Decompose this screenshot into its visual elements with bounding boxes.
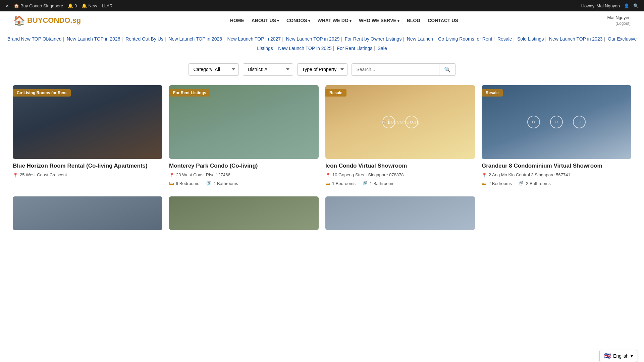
district-filter[interactable]: District: All xyxy=(243,63,293,76)
pin-icon-3: 📍 xyxy=(325,173,331,178)
nav-what-we-do[interactable]: WHAT WE DO xyxy=(318,18,352,23)
property-img-wrap-4[interactable]: ○ ○ ○ Resale xyxy=(482,85,631,159)
logo[interactable]: 🏠 BUYCONDO.sg xyxy=(13,15,81,26)
property-badge-2: For Rent Listings xyxy=(169,89,210,97)
bell-icon-new: 🔔 xyxy=(82,3,87,8)
property-card-6 xyxy=(166,193,322,233)
property-image-7 xyxy=(325,196,475,230)
llar-tab[interactable]: LLAR xyxy=(102,3,113,8)
property-card-4: ○ ○ ○ Resale Grandeur 8 Condominium Virt… xyxy=(478,82,635,190)
property-address-3: 📍 10 Gopeng Street Singapore 078878 xyxy=(325,172,475,178)
vr-circle-4a: ○ xyxy=(527,116,540,128)
top-bar-left: ✕ 🏠 Buy Condo Singapore 🔔 0 🔔 New LLAR xyxy=(5,3,113,8)
cat-for-rent-owner[interactable]: For Rent by Owner Listings xyxy=(345,36,402,42)
property-badge-4: Resale xyxy=(482,89,503,97)
notifications-tab[interactable]: 🔔 0 xyxy=(68,3,77,8)
property-card-5 xyxy=(9,193,166,233)
cat-resale[interactable]: Resale xyxy=(497,36,512,42)
search-input[interactable] xyxy=(352,64,439,75)
cat-sale[interactable]: Sale xyxy=(378,46,387,51)
cat-for-rent-listings[interactable]: For Rent Listings xyxy=(337,46,372,51)
bathrooms-3: 🚿 1 Bathrooms xyxy=(362,180,394,186)
property-card-8 xyxy=(478,193,635,233)
property-img-wrap-3[interactable]: 🏠 BUYCONDO.sg ℹ ○ Resale xyxy=(325,85,475,159)
nav-contact-us[interactable]: CONTACT US xyxy=(428,18,458,23)
cat-coliving[interactable]: Co-Living Rooms for Rent xyxy=(438,36,492,42)
logo-house-icon: 🏠 xyxy=(13,15,25,26)
cat-new-launch-2025[interactable]: New Launch TOP in 2025 xyxy=(278,46,332,51)
property-title-4[interactable]: Grandeur 8 Condominium Virtual Showroom xyxy=(482,162,631,170)
category-links: Brand New TOP Obtained| New Launch TOP i… xyxy=(0,30,644,57)
property-title-3[interactable]: Icon Condo Virtual Showroom xyxy=(325,162,475,170)
bed-icon-3: 🛏 xyxy=(325,181,330,186)
bath-icon-2: 🚿 xyxy=(205,180,212,186)
pin-icon-2: 📍 xyxy=(169,173,174,178)
bathrooms-4: 🚿 2 Bathrooms xyxy=(518,180,551,186)
property-img-wrap-2[interactable]: For Rent Listings xyxy=(169,85,319,159)
property-img-wrap-1[interactable]: Co-Living Rooms for Rent xyxy=(13,85,162,159)
property-specs-4: 🛏 2 Bedrooms 🚿 2 Bathrooms xyxy=(482,180,631,186)
logo-text: BUYCONDO.sg xyxy=(27,16,81,25)
property-specs-3: 🛏 1 Bedrooms 🚿 1 Bathrooms xyxy=(325,180,475,186)
bathrooms-2: 🚿 4 Bathrooms xyxy=(205,180,238,186)
bedrooms-2: 🛏 6 Bedrooms xyxy=(169,180,199,186)
address-text-2: 23 West Coast Rise 127466 xyxy=(176,172,230,177)
nav-about-us[interactable]: ABOUT US xyxy=(252,18,279,23)
property-type-filter[interactable]: Type of Property xyxy=(297,63,347,76)
address-text-3: 10 Gopeng Street Singapore 078878 xyxy=(332,172,404,177)
nav-links: HOME ABOUT US CONDOS WHAT WE DO WHO WE S… xyxy=(230,18,458,23)
top-bar-right: Howdy, Mai Nguyen 👤 🔍 xyxy=(581,3,639,8)
user-info: Mai Nguyen (Logout) xyxy=(607,15,631,26)
nav-who-we-serve[interactable]: WHO WE SERVE xyxy=(359,18,399,23)
cat-new-launch-2026[interactable]: New Launch TOP in 2026 xyxy=(67,36,120,42)
category-filter[interactable]: Category: All xyxy=(189,63,239,76)
pin-icon-4: 📍 xyxy=(482,173,487,178)
property-title-2[interactable]: Monterey Park Condo (Co-living) xyxy=(169,162,319,170)
cat-brand-new-top[interactable]: Brand New TOP Obtained xyxy=(7,36,62,42)
main-nav: 🏠 BUYCONDO.sg HOME ABOUT US CONDOS WHAT … xyxy=(0,11,644,30)
bedrooms-4: 🛏 2 Bedrooms xyxy=(482,180,512,186)
nav-home[interactable]: HOME xyxy=(230,18,244,23)
search-icon-topbar[interactable]: 🔍 xyxy=(633,3,639,8)
property-grid: Co-Living Rooms for Rent Blue Horizon Ro… xyxy=(0,82,644,190)
logout-link[interactable]: (Logout) xyxy=(607,21,631,26)
cat-new-launch-2027[interactable]: New Launch TOP in 2027 xyxy=(227,36,281,42)
property-card-7 xyxy=(322,193,478,233)
vr-icons-3: ℹ ○ xyxy=(382,116,418,128)
vr-icons-4: ○ ○ ○ xyxy=(527,116,586,128)
property-badge-1: Co-Living Rooms for Rent xyxy=(13,89,71,97)
property-address-4: 📍 2 Ang Mo Kio Central 3 Singapore 56774… xyxy=(482,172,631,178)
property-card-2: For Rent Listings Monterey Park Condo (C… xyxy=(166,82,322,190)
vr-view-icon: ○ xyxy=(405,116,418,128)
bath-icon-3: 🚿 xyxy=(362,180,368,186)
bed-icon-4: 🛏 xyxy=(482,181,487,186)
nav-blog[interactable]: BLOG xyxy=(407,18,420,23)
filters: Category: All District: All Type of Prop… xyxy=(0,57,644,82)
new-tab[interactable]: 🔔 New xyxy=(82,3,97,8)
property-address-1: 📍 25 West Coast Crescent xyxy=(13,172,162,178)
property-specs-2: 🛏 6 Bedrooms 🚿 4 Bathrooms xyxy=(169,180,319,186)
cat-sold[interactable]: Sold Listings xyxy=(517,36,544,42)
cat-new-launch-2029[interactable]: New Launch TOP in 2029 xyxy=(286,36,340,42)
property-card-3: 🏠 BUYCONDO.sg ℹ ○ Resale Icon Condo Virt… xyxy=(322,82,478,190)
search-button[interactable]: 🔍 xyxy=(439,64,455,75)
greeting-text: Howdy, Mai Nguyen xyxy=(581,3,620,8)
bell-icon-notif: 🔔 xyxy=(68,3,73,8)
cat-new-launch-2028[interactable]: New Launch TOP in 2028 xyxy=(168,36,222,42)
user-name: Mai Nguyen xyxy=(607,15,631,21)
vr-info-icon: ℹ xyxy=(382,116,395,128)
bath-icon-4: 🚿 xyxy=(518,180,524,186)
nav-condos[interactable]: CONDOS xyxy=(286,18,310,23)
cat-new-launch-2023[interactable]: New Launch TOP in 2023 xyxy=(549,36,603,42)
property-image-6 xyxy=(169,196,319,230)
cat-rented-out[interactable]: Rented Out By Us xyxy=(125,36,163,42)
vr-circle-4b: ○ xyxy=(550,116,563,128)
property-image-5 xyxy=(13,196,162,230)
buycondo-tab[interactable]: 🏠 Buy Condo Singapore xyxy=(14,3,63,8)
property-image-4: ○ ○ ○ xyxy=(482,85,631,159)
property-title-1[interactable]: Blue Horizon Room Rental (Co-living Apar… xyxy=(13,162,162,170)
bed-icon-2: 🛏 xyxy=(169,181,174,186)
property-card-1: Co-Living Rooms for Rent Blue Horizon Ro… xyxy=(9,82,166,190)
cat-new-launch[interactable]: New Launch xyxy=(407,36,433,42)
close-tab-icon[interactable]: ✕ xyxy=(5,3,9,8)
